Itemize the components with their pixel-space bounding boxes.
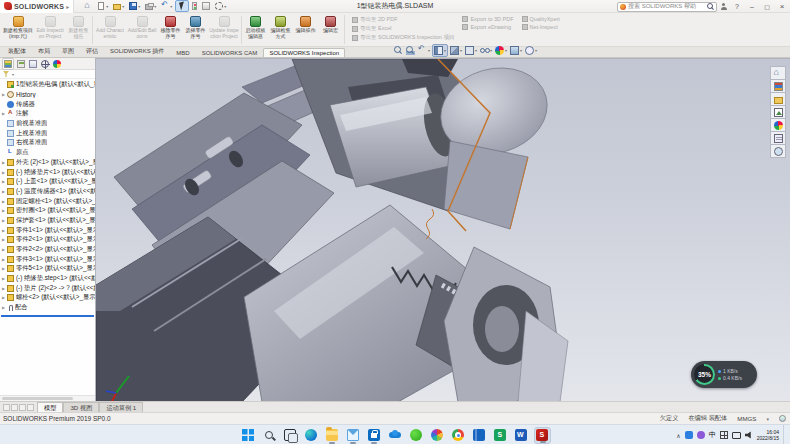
export-item[interactable]: 导出至 Excel (352, 25, 454, 32)
ribbon-button[interactable]: Add Characteristic (95, 14, 125, 46)
taskbar-onedrive-button[interactable] (387, 427, 404, 444)
status-dropdown-caret-icon[interactable] (766, 415, 769, 422)
feature-tree-item[interactable]: ▶固定螺栓<1> (默认<<默认>_显示 (0, 196, 95, 206)
taskbar-word-button[interactable] (513, 427, 530, 444)
feature-tree-item[interactable]: 原点 (0, 148, 95, 158)
minimize-button[interactable] (746, 1, 758, 12)
taskbar-mail-button[interactable] (345, 427, 362, 444)
manager-tab-display-manager[interactable] (52, 59, 62, 69)
save-button[interactable] (127, 1, 142, 11)
feature-tree-item[interactable]: ▶零件2<2> (默认<<默认>_显示状 (0, 245, 95, 255)
feature-tree-item[interactable]: ▶零件3<1> (默认<<默认>_显示状 (0, 254, 95, 264)
feature-tree-item[interactable]: ▶配合 (0, 303, 95, 313)
tree-rollback-bar[interactable] (1, 315, 94, 317)
apply-scene-button[interactable] (509, 45, 523, 56)
ribbon-button[interactable]: 启动模板编辑器 (244, 14, 267, 46)
document-tab[interactable]: 3D 视图 (63, 402, 99, 412)
export-item[interactable]: Export eDrawing (462, 24, 513, 30)
ribbon-tab[interactable]: SOLIDWORKS 插件 (104, 45, 170, 57)
feature-tree-item[interactable]: ▶(-) 上盖<1> (默认<<默认>_显示状 (0, 177, 95, 187)
ribbon-button[interactable]: Update Inspection Project (209, 14, 239, 46)
select-button[interactable] (175, 0, 189, 12)
model-3d-view[interactable] (96, 59, 790, 401)
taskpane-tab-appearances-scenes[interactable] (770, 118, 786, 132)
ribbon-button[interactable]: 编辑宏 (319, 14, 342, 46)
export-item[interactable]: Net-Inspect (522, 24, 560, 30)
manager-tab-property-manager[interactable] (16, 59, 26, 69)
taskpane-tab-design-library[interactable] (770, 79, 786, 93)
motion-nav-icon[interactable] (19, 404, 26, 411)
taskbar-start-button[interactable] (240, 427, 257, 444)
hidden-icons-chevron-icon[interactable] (676, 432, 680, 439)
section-view-button[interactable] (432, 44, 448, 57)
ribbon-tab[interactable]: MBD (170, 48, 195, 57)
manager-tab-dimxpert-manager[interactable] (40, 59, 50, 69)
document-tab[interactable]: 模型 (37, 402, 63, 412)
motion-nav-icon[interactable] (11, 404, 18, 411)
cast-screen-icon[interactable] (732, 432, 741, 439)
restore-button[interactable] (761, 1, 773, 12)
manager-tab-feature-manager[interactable] (2, 58, 14, 70)
feature-tree-item[interactable]: ▶History (0, 90, 95, 100)
taskbar-edge-button[interactable] (303, 427, 320, 444)
close-button[interactable] (776, 1, 788, 12)
ime-grid-icon[interactable] (720, 431, 728, 439)
feature-tree-item[interactable]: ▶零件5<1> (默认<<默认>_显示状 (0, 264, 95, 274)
ribbon-tab[interactable]: SOLIDWORKS Inspection (263, 48, 345, 57)
display-settings-button[interactable] (200, 1, 212, 11)
new-document-button[interactable] (95, 1, 110, 11)
motion-nav-icon[interactable] (3, 404, 10, 411)
ribbon-tab[interactable]: 草图 (56, 45, 80, 57)
screen-recorder-overlay[interactable]: 35% 1 KB/s 0.4 KB/s (691, 361, 757, 388)
document-tab[interactable]: 运动算例 1 (99, 402, 143, 412)
taskbar-search-button[interactable] (261, 427, 278, 444)
feature-tree-item[interactable]: 右视基准面 (0, 138, 95, 148)
ribbon-tab[interactable]: 评估 (80, 45, 104, 57)
manager-tab-configuration-manager[interactable] (28, 59, 38, 69)
ribbon-button[interactable]: Edit Inspection Project (35, 14, 65, 46)
view-setting-button[interactable] (524, 45, 538, 56)
help-button[interactable] (731, 1, 743, 12)
ribbon-button[interactable]: 新建检查报告 (67, 14, 90, 46)
zoom-area-button[interactable] (405, 45, 416, 56)
feature-tree-item[interactable]: ▶保护套<1> (默认<<默认>_显示状 (0, 216, 95, 226)
feature-tree-item[interactable]: ▶密封圈<1> (默认<<默认>_显示状 (0, 206, 95, 216)
feature-tree-item[interactable]: ▶零件1<1> (默认<<默认>_显示状 (0, 225, 95, 235)
previous-view-button[interactable] (417, 45, 431, 56)
zoom-fit-button[interactable] (393, 45, 404, 56)
taskpane-tab-view-palette[interactable] (770, 105, 786, 119)
scrollbar-thumb[interactable] (2, 397, 73, 400)
rebuild-button[interactable] (190, 1, 199, 11)
print-button[interactable] (143, 1, 158, 11)
ribbon-button[interactable]: 编辑操作 (294, 14, 317, 46)
ribbon-button[interactable]: 选择零件序号 (184, 14, 207, 46)
feature-tree-item[interactable]: 前视基准面 (0, 119, 95, 129)
open-button[interactable] (111, 1, 126, 11)
taskbar-wechat-button[interactable] (408, 427, 425, 444)
taskbar-color-wheel-button[interactable] (429, 427, 446, 444)
ribbon-tab[interactable]: 装配体 (2, 45, 32, 57)
ribbon-tab[interactable]: 布局 (32, 45, 56, 57)
feature-tree-root[interactable]: 1型铠装热电偶 (默认<默认_显示状态-1 (0, 80, 95, 90)
feature-tree-item[interactable]: ▶注解 (0, 109, 95, 119)
motion-nav-icon[interactable] (27, 404, 34, 411)
ribbon-tab[interactable]: SOLIDWORKS CAM (196, 48, 264, 57)
ribbon-button[interactable]: 编辑检查方式 (269, 14, 292, 46)
export-item[interactable]: QualityXpert (522, 16, 560, 22)
search-icon[interactable] (707, 3, 714, 10)
display-style-button[interactable] (464, 45, 478, 56)
feature-tree-item[interactable]: ▶(-) 绝缘垫片<1> (默认<<默认>_显 (0, 167, 95, 177)
taskbar-chrome-button[interactable] (450, 427, 467, 444)
taskbar-store-button[interactable] (366, 427, 383, 444)
ribbon-button[interactable]: 移除零件序号 (159, 14, 182, 46)
volume-icon[interactable] (745, 431, 753, 439)
tree-filter-row[interactable] (0, 70, 95, 79)
search-box[interactable]: 搜索 SOLIDWORKS 帮助 (617, 2, 717, 12)
feature-tree-item[interactable]: ▶(-) 垫片 (2)<2> -> ? (默认<<默认> (0, 283, 95, 293)
feature-tree-item[interactable]: 上视基准面 (0, 128, 95, 138)
undo-button[interactable] (159, 1, 174, 11)
home-button[interactable] (82, 1, 94, 11)
taskpane-tab-custom-properties[interactable] (770, 131, 786, 145)
login-icon[interactable] (720, 3, 728, 11)
export-item[interactable]: 导出至 2D PDF (352, 16, 454, 23)
